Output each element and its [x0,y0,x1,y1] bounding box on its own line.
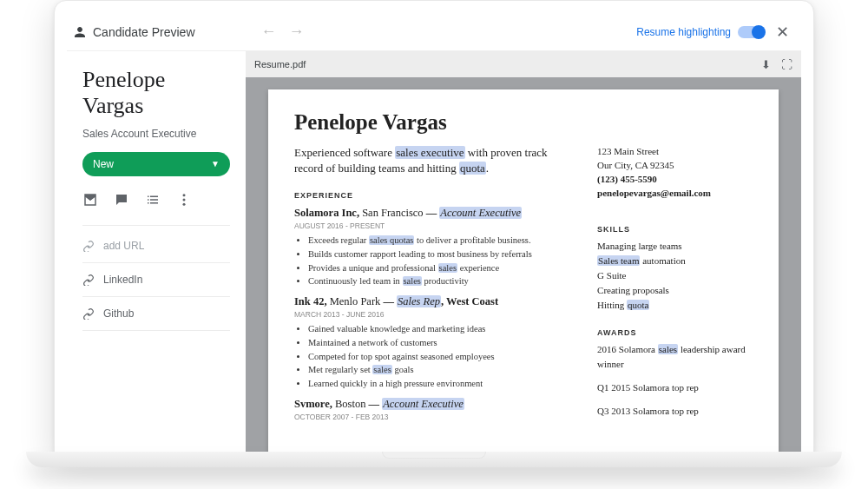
page-title: Candidate Preview [93,25,195,39]
section-skills: SKILLS [597,225,753,234]
svg-point-0 [183,194,186,196]
job-dates: OCTOBER 2007 - FEB 2013 [294,413,566,421]
nav-forward-icon[interactable]: → [289,23,305,41]
link-icon [82,240,95,252]
list-item: Hitting quota [597,298,753,313]
section-awards: AWARDS [597,328,753,337]
list-icon[interactable] [145,192,161,211]
highlight-label: Resume highlighting [636,26,731,38]
job-dates: AUGUST 2016 - PRESENT [294,221,566,230]
svg-point-1 [183,198,186,201]
sidebar: Penelope Vargas Sales Account Executive … [67,51,246,457]
viewer-toolbar: Resume.pdf ⬇ ⛶ [246,51,801,77]
list-item: Managing large teams [597,239,753,254]
add-url-label: add URL [103,240,144,252]
link-icon [82,307,95,320]
resume-viewer: Resume.pdf ⬇ ⛶ Penelope Vargas Experienc… [246,51,801,457]
status-label: New [93,158,114,170]
job-heading: Ink 42, Menlo Park — Sales Rep, West Coa… [294,295,566,308]
filename: Resume.pdf [254,59,306,69]
list-item: Sales team automation [597,254,753,268]
contact-street: 123 Main Street [597,145,753,159]
job-dates: MARCH 2013 - JUNE 2016 [294,310,566,319]
comment-icon[interactable] [114,192,129,211]
job-heading: Solamora Inc, San Francisco — Account Ex… [294,207,566,220]
resume-page: Penelope Vargas Experienced software sal… [268,89,779,457]
linkedin-row[interactable]: LinkedIn [82,268,230,291]
svg-point-2 [183,203,186,206]
close-icon[interactable]: ✕ [773,19,792,45]
download-icon[interactable]: ⬇ [761,58,771,71]
list-item: Q3 2013 Solamora top rep [597,404,753,419]
email-icon[interactable] [82,192,98,211]
contact-city: Our City, CA 92345 [597,159,753,173]
linkedin-label: LinkedIn [103,274,142,286]
job-bullets: Gained valuable knowledge and marketing … [294,322,566,391]
section-experience: EXPERIENCE [294,191,566,200]
person-icon [72,24,88,40]
list-item: 2016 Solamora sales leadership award win… [597,342,753,372]
chevron-down-icon: ▼ [211,159,220,169]
fullscreen-icon[interactable]: ⛶ [781,58,792,71]
resume-contact: 123 Main Street Our City, CA 92345 (123)… [597,145,753,201]
add-url-row[interactable]: add URL [82,235,230,257]
github-row[interactable]: Github [82,302,230,325]
highlight-toggle[interactable] [738,26,764,38]
nav-back-icon[interactable]: ← [261,23,277,41]
contact-phone: (123) 455-5590 [597,173,753,187]
resume-name: Penelope Vargas [294,110,753,135]
list-item: Q1 2015 Solamora top rep [597,380,753,395]
awards-list: 2016 Solamora sales leadership award win… [597,342,753,419]
contact-email: penelopevargas@email.com [597,187,753,201]
resume-summary: Experienced software sales executive wit… [294,145,566,175]
skills-list: Managing large teamsSales team automatio… [597,239,753,313]
more-icon[interactable] [176,192,192,211]
list-item: G Suite [597,268,753,283]
status-pill[interactable]: New ▼ [82,152,230,176]
candidate-name: Penelope Vargas [82,67,230,119]
job-bullets: Exceeds regular sales quotas to deliver … [294,234,566,288]
link-icon [82,274,95,286]
top-bar: Candidate Preview ← → Resume highlightin… [67,13,801,51]
candidate-title: Sales Account Executive [82,128,230,140]
list-item: Creating proposals [597,283,753,298]
github-label: Github [103,307,134,320]
job-heading: Svmore, Boston — Account Executive [294,398,566,411]
